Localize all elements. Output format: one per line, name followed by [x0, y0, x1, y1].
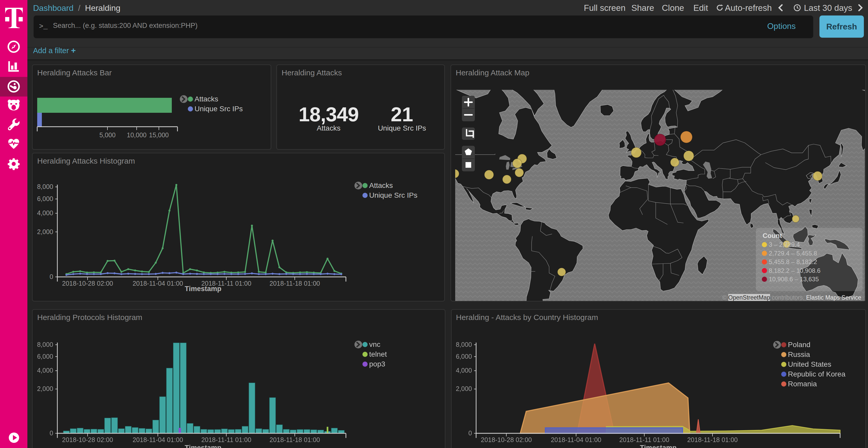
svg-text:2018-11-11 01:00: 2018-11-11 01:00 — [201, 436, 251, 443]
svg-text:0: 0 — [468, 429, 472, 437]
svg-text:Russia: Russia — [788, 350, 810, 358]
svg-text:3 – 2,729.4: 3 – 2,729.4 — [769, 241, 800, 248]
svg-text:6,000: 6,000 — [456, 353, 472, 360]
svg-text:2,729.4 – 5,455.8: 2,729.4 – 5,455.8 — [769, 250, 817, 257]
svg-text:2,000: 2,000 — [456, 385, 472, 392]
svg-text:Romania: Romania — [788, 380, 816, 388]
svg-text:2018-10-28 02:00: 2018-10-28 02:00 — [62, 279, 113, 287]
svg-text:5,455.8 – 8,182.2: 5,455.8 – 8,182.2 — [769, 258, 817, 265]
svg-text:6,000: 6,000 — [37, 195, 53, 202]
svg-text:2018-11-18 01:00: 2018-11-18 01:00 — [687, 436, 738, 443]
svg-text:Attacks: Attacks — [369, 181, 393, 189]
svg-text:2018-11-18 01:00: 2018-11-18 01:00 — [270, 436, 320, 443]
svg-text:0: 0 — [50, 429, 53, 437]
svg-text:8,000: 8,000 — [37, 341, 53, 348]
svg-text:2018-11-18 01:00: 2018-11-18 01:00 — [270, 279, 320, 287]
svg-text:pop3: pop3 — [369, 360, 385, 368]
svg-text:8,000: 8,000 — [37, 183, 53, 190]
svg-text:2018-10-28 02:00: 2018-10-28 02:00 — [62, 436, 113, 443]
svg-text:vnc: vnc — [369, 340, 380, 348]
svg-text:4,000: 4,000 — [37, 367, 53, 374]
svg-text:Republic of Korea: Republic of Korea — [788, 370, 845, 378]
svg-text:2018-11-04 01:00: 2018-11-04 01:00 — [132, 436, 183, 443]
svg-text:2,000: 2,000 — [37, 385, 53, 392]
svg-text:Timestamp: Timestamp — [640, 444, 676, 448]
svg-text:telnet: telnet — [369, 350, 387, 358]
svg-text:4,000: 4,000 — [37, 209, 53, 216]
svg-text:© OpenStreetMap contributors,: © OpenStreetMap contributors, Elastic Ma… — [722, 294, 861, 301]
svg-text:2018-11-04 01:00: 2018-11-04 01:00 — [132, 279, 183, 287]
svg-text:10,908.6 – 13,635: 10,908.6 – 13,635 — [769, 276, 819, 283]
svg-text:2,000: 2,000 — [37, 228, 53, 235]
svg-text:Unique Src IPs: Unique Src IPs — [194, 105, 243, 112]
svg-text:United States: United States — [788, 360, 831, 368]
svg-text:6,000: 6,000 — [37, 353, 53, 360]
svg-text:2018-11-04 01:00: 2018-11-04 01:00 — [551, 436, 601, 443]
svg-text:Attacks: Attacks — [194, 95, 218, 103]
svg-text:10,000: 10,000 — [127, 131, 147, 138]
svg-text:8,182.2 – 10,908.6: 8,182.2 – 10,908.6 — [769, 267, 820, 274]
svg-text:2018-11-11 01:00: 2018-11-11 01:00 — [619, 436, 669, 443]
svg-text:15,000: 15,000 — [149, 131, 169, 138]
svg-text:Unique Src IPs: Unique Src IPs — [369, 191, 417, 199]
svg-text:Timestamp: Timestamp — [185, 285, 221, 292]
svg-text:Timestamp: Timestamp — [185, 444, 221, 448]
svg-text:2018-10-28 02:00: 2018-10-28 02:00 — [480, 436, 531, 443]
svg-text:0: 0 — [50, 273, 53, 280]
svg-text:5,000: 5,000 — [99, 131, 116, 138]
svg-text:8,000: 8,000 — [456, 341, 472, 348]
svg-text:Count: Count — [763, 232, 782, 240]
svg-text:4,000: 4,000 — [456, 367, 472, 374]
svg-text:Poland: Poland — [788, 341, 810, 349]
